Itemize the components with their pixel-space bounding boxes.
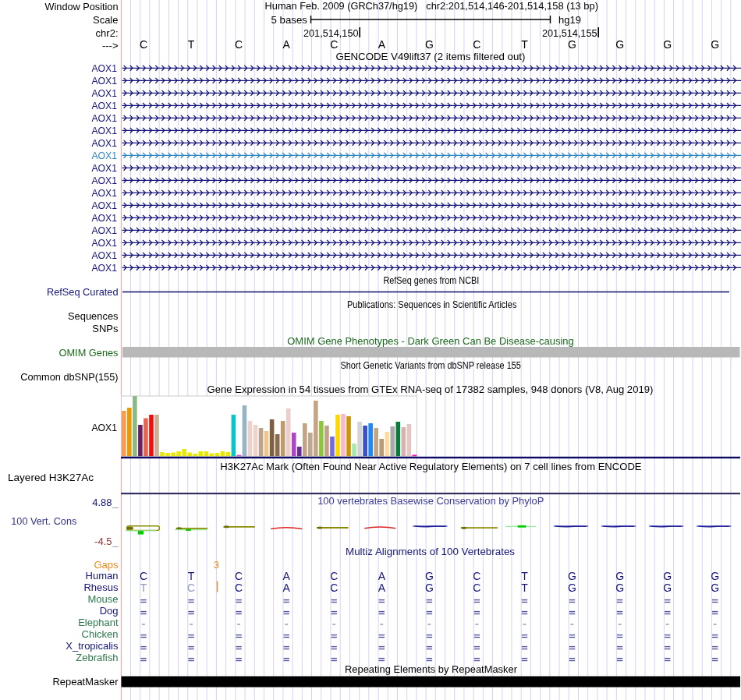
svg-text:AOX1: AOX1 xyxy=(92,76,118,87)
svg-text:C: C xyxy=(473,570,480,582)
svg-text:A: A xyxy=(378,38,386,51)
svg-text:Common dbSNP(155): Common dbSNP(155) xyxy=(20,371,118,383)
svg-text:--->: ---> xyxy=(102,40,119,51)
svg-text:Multiz Alignments of 100 Verte: Multiz Alignments of 100 Vertebrates xyxy=(346,546,515,557)
svg-text:G: G xyxy=(615,38,624,51)
svg-text:AOX1: AOX1 xyxy=(92,63,118,74)
svg-text:OMIM Gene Phenotypes - Dark Gr: OMIM Gene Phenotypes - Dark Green Can Be… xyxy=(287,336,574,347)
svg-text:RepeatMasker: RepeatMasker xyxy=(53,676,119,688)
svg-text:OMIM Genes: OMIM Genes xyxy=(59,347,119,359)
svg-text:100 vertebrates Basewise Conse: 100 vertebrates Basewise Conservation by… xyxy=(317,496,544,507)
svg-text:AOX1: AOX1 xyxy=(92,200,118,211)
svg-text:G: G xyxy=(663,38,672,51)
svg-text:AOX1: AOX1 xyxy=(92,225,118,236)
svg-text:Zebrafish: Zebrafish xyxy=(76,652,118,663)
svg-text:chr2:201,514,146-201,514,158 (: chr2:201,514,146-201,514,158 (13 bp) xyxy=(426,0,598,12)
svg-text:3: 3 xyxy=(214,559,219,571)
svg-text:X_tropicalis: X_tropicalis xyxy=(66,640,119,652)
svg-text:RefSeq Curated: RefSeq Curated xyxy=(47,286,119,298)
svg-text:C: C xyxy=(473,38,480,51)
svg-text:C: C xyxy=(473,582,480,594)
svg-text:G: G xyxy=(615,570,624,582)
svg-text:Repeating Elements by RepeatMa: Repeating Elements by RepeatMasker xyxy=(345,664,517,675)
svg-text:RefSeq genes from NCBI: RefSeq genes from NCBI xyxy=(383,275,479,286)
svg-text:G: G xyxy=(663,582,672,594)
svg-text:GENCODE V49lift37 (2 items fil: GENCODE V49lift37 (2 items filtered out) xyxy=(335,51,525,62)
svg-text:201,514,150: 201,514,150 xyxy=(303,27,359,39)
svg-text:G: G xyxy=(711,570,719,582)
svg-text:5 bases: 5 bases xyxy=(271,14,308,26)
svg-text:T: T xyxy=(521,582,528,594)
svg-text:SNPs: SNPs xyxy=(92,323,119,334)
svg-text:C: C xyxy=(235,582,243,594)
svg-text:Short Genetic Variants from db: Short Genetic Variants from dbSNP releas… xyxy=(340,360,521,371)
svg-text:_: _ xyxy=(112,536,119,547)
svg-text:C: C xyxy=(235,38,243,51)
svg-text:T: T xyxy=(140,582,147,594)
svg-text:G: G xyxy=(615,582,624,594)
svg-text:Chicken: Chicken xyxy=(82,628,119,640)
svg-text:G: G xyxy=(425,38,434,51)
svg-text:T: T xyxy=(521,38,528,51)
svg-text:T: T xyxy=(188,570,195,582)
svg-text:A: A xyxy=(283,570,291,582)
svg-text:4.88: 4.88 xyxy=(92,497,112,508)
svg-text:C: C xyxy=(330,582,338,594)
svg-text:AOX1: AOX1 xyxy=(92,213,118,224)
svg-text:AOX1: AOX1 xyxy=(92,88,118,99)
svg-text:C: C xyxy=(330,38,338,51)
svg-text:AOX1: AOX1 xyxy=(92,113,118,124)
svg-text:AOX1: AOX1 xyxy=(92,263,118,274)
svg-text:H3K27Ac Mark (Often Found Near: H3K27Ac Mark (Often Found Near Active Re… xyxy=(220,461,641,472)
svg-text:Gene Expression in 54 tissues: Gene Expression in 54 tissues from GTEx … xyxy=(207,384,654,395)
svg-text:T: T xyxy=(188,38,195,51)
svg-text:A: A xyxy=(378,582,386,594)
svg-text:Human Feb. 2009 (GRCh37/hg19): Human Feb. 2009 (GRCh37/hg19) xyxy=(265,0,418,12)
svg-text:C: C xyxy=(187,582,195,594)
svg-text:G: G xyxy=(568,570,576,582)
svg-text:Human: Human xyxy=(86,570,119,582)
svg-text:100 Vert. Cons: 100 Vert. Cons xyxy=(11,515,76,527)
svg-text:G: G xyxy=(568,38,576,51)
svg-text:_: _ xyxy=(112,497,119,508)
svg-text:G: G xyxy=(568,582,576,594)
svg-text:A: A xyxy=(283,582,291,594)
svg-text:AOX1: AOX1 xyxy=(92,163,118,174)
svg-text:A: A xyxy=(378,570,386,582)
svg-text:C: C xyxy=(330,570,338,582)
svg-text:G: G xyxy=(711,38,719,51)
svg-text:C: C xyxy=(140,570,147,582)
svg-text:Dog: Dog xyxy=(100,605,119,617)
svg-text:G: G xyxy=(425,582,434,594)
svg-text:Layered H3K27Ac: Layered H3K27Ac xyxy=(8,472,94,483)
svg-text:Publications: Sequences in Sci: Publications: Sequences in Scientific Ar… xyxy=(347,299,516,310)
svg-text:AOX1: AOX1 xyxy=(92,175,118,186)
svg-text:AOX1: AOX1 xyxy=(92,138,118,149)
svg-text:G: G xyxy=(425,570,434,582)
svg-text:Rhesus: Rhesus xyxy=(83,582,119,593)
svg-text:AOX1: AOX1 xyxy=(92,422,118,433)
svg-text:T: T xyxy=(521,570,528,582)
svg-text:G: G xyxy=(711,582,719,594)
svg-text:AOX1: AOX1 xyxy=(92,238,118,249)
svg-text:Elephant: Elephant xyxy=(78,617,119,628)
svg-text:AOX1: AOX1 xyxy=(92,126,118,136)
svg-text:A: A xyxy=(283,38,291,51)
svg-text:hg19: hg19 xyxy=(558,14,581,26)
svg-text:Scale: Scale xyxy=(93,14,119,26)
svg-text:AOX1: AOX1 xyxy=(92,150,118,161)
svg-text:-4.5: -4.5 xyxy=(94,536,112,547)
svg-text:AOX1: AOX1 xyxy=(92,188,118,199)
svg-text:Window Position: Window Position xyxy=(45,1,119,12)
svg-text:201,514,155: 201,514,155 xyxy=(542,27,597,39)
svg-text:Sequences: Sequences xyxy=(68,310,119,322)
svg-text:AOX1: AOX1 xyxy=(92,250,118,261)
svg-text:G: G xyxy=(663,570,672,582)
svg-text:AOX1: AOX1 xyxy=(92,101,118,111)
svg-text:C: C xyxy=(140,38,147,51)
svg-text:Mouse: Mouse xyxy=(87,593,118,605)
svg-text:chr2:: chr2: xyxy=(96,27,119,39)
svg-text:Gaps: Gaps xyxy=(94,559,119,571)
svg-text:C: C xyxy=(235,570,243,582)
